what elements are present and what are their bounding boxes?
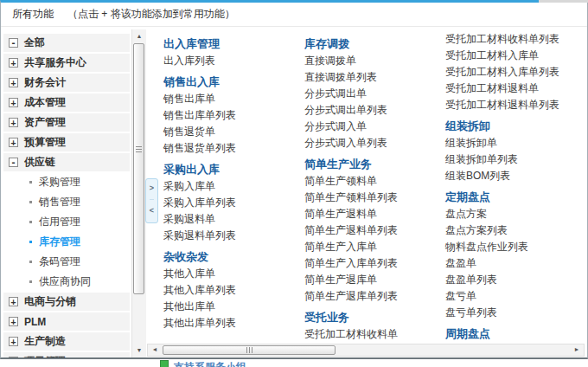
function-link[interactable]: 受托加工材料退料单 [445,80,587,97]
scroll-left-icon[interactable]: ◄ [148,344,162,355]
content-horizontal-scrollbar[interactable]: ◄ ► [147,344,585,357]
function-link[interactable]: 组装拆卸单列表 [445,151,587,168]
function-link[interactable]: 其他入库单 [163,266,304,282]
function-link[interactable]: 受托加工材料入库单列表 [445,64,587,80]
collapse-icon[interactable]: - [9,158,18,167]
function-link[interactable]: 分步式调入单 [304,119,445,135]
vertical-scrollbar-thumb[interactable] [133,43,144,294]
tree-item-label: 预算管理 [24,135,66,150]
function-link[interactable]: 受托加工材料退料单列表 [445,97,587,113]
tree-item-label: 资产管理 [24,115,66,130]
tree-item[interactable]: 采购管理 [1,172,131,192]
function-link[interactable]: 销售退货单 [163,124,304,140]
expand-icon[interactable]: + [9,118,18,127]
function-link[interactable]: 出入库列表 [163,53,304,69]
group-header: 杂收杂发 [163,250,304,264]
tree-item-label: 生产制造 [24,334,66,349]
tree-item[interactable]: 销售管理 [1,192,131,212]
function-link[interactable]: 销售出库单 [163,91,304,107]
tree-vertical-scrollbar[interactable]: ▲ ▼ [131,29,146,357]
function-link[interactable]: 分步式调出单列表 [304,102,445,119]
expand-icon[interactable]: + [9,317,18,326]
function-link[interactable]: 组装BOM列表 [445,168,587,184]
function-link[interactable]: 销售退货单列表 [163,140,304,157]
function-link[interactable]: 组装拆卸单 [445,135,587,151]
tree-item[interactable]: -供应链 [3,152,130,172]
function-link[interactable]: 采购入库单 [163,178,304,195]
expand-icon[interactable]: + [9,337,18,346]
splitter-collapse-icon[interactable]: > [146,179,157,197]
group-header: 库存调拨 [304,37,445,51]
function-link[interactable]: 采购退料单 [163,211,304,228]
tree-item-label: 成本管理 [24,95,66,110]
function-link[interactable]: 简单生产入库单列表 [304,255,445,272]
function-list-area: 出入库管理出入库列表销售出入库销售出库单销售出库单列表销售退货单销售退货单列表采… [146,29,587,343]
tree-item[interactable]: +成本管理 [3,93,130,113]
function-link[interactable]: 物料盘点作业列表 [445,239,587,255]
function-link[interactable]: 采购退料单列表 [163,228,304,244]
scroll-right-icon[interactable]: ► [570,344,584,355]
tree-item[interactable]: 条码管理 [1,252,131,272]
function-link[interactable]: 采购入库单列表 [163,195,304,211]
background-partial-row: 支持系服务小组 [160,360,246,367]
function-link[interactable]: 简单生产退库单 [304,272,445,288]
function-link[interactable]: 简单生产领料单列表 [304,190,445,206]
function-link[interactable]: 简单生产退料单列表 [304,222,445,239]
function-link[interactable]: 销售出库单列表 [163,107,304,124]
function-link[interactable]: 受托加工材料收料单列表 [445,31,587,48]
tree-item-label: 采购管理 [39,175,80,190]
tree-item-label: 项目管理 [24,354,66,357]
tree-item[interactable]: +电商与分销 [3,292,130,312]
function-link[interactable]: 简单生产退库单列表 [304,288,445,305]
function-link[interactable]: 直接调拨单列表 [304,69,445,86]
bullet-icon [29,261,32,263]
bullet-icon [29,241,32,243]
bullet-icon [29,181,32,184]
expand-icon[interactable]: + [9,78,18,87]
tree-item[interactable]: +资产管理 [3,113,130,132]
expand-icon[interactable]: + [9,138,18,147]
top-border-gray-segment [539,0,588,3]
function-link[interactable]: 其他出库单 [163,299,304,315]
expand-icon[interactable]: + [9,357,18,357]
tree-item[interactable]: 库存管理 [1,232,131,252]
function-link[interactable]: 简单生产退料单 [304,206,445,222]
function-columns: 出入库管理出入库列表销售出入库销售出库单销售出库单列表销售退货单销售退货单列表采… [163,31,587,343]
tree-item[interactable]: +预算管理 [3,132,130,152]
function-link[interactable]: 简单生产领料单 [304,173,445,190]
function-link[interactable]: 盘盈单 [445,255,587,272]
splitter-expand-icon[interactable]: < [146,202,157,220]
horizontal-scrollbar-thumb[interactable] [163,345,336,355]
function-link[interactable]: 直接调拨单 [304,53,445,69]
function-link[interactable]: 盘亏单列表 [445,305,587,321]
tree-item[interactable]: +财务会计 [3,73,130,93]
function-link[interactable]: 受托加工材料收料单 [304,326,445,343]
expand-icon[interactable]: + [9,297,18,306]
tree-item[interactable]: +PLM [3,312,130,332]
function-link[interactable]: 其他出库单列表 [163,315,304,332]
function-link[interactable]: 分步式调出单 [304,86,445,102]
tree-item[interactable]: +共享服务中心 [3,53,130,73]
scroll-up-icon[interactable]: ▲ [132,29,146,43]
group-header: 简单生产业务 [304,158,445,171]
function-link[interactable]: 简单生产入库单 [304,239,445,255]
green-app-icon [160,360,169,367]
function-link[interactable]: 分步式调入单列表 [304,135,445,151]
expand-icon[interactable]: + [9,98,18,107]
tree-item[interactable]: -全部 [3,33,130,53]
tree-item[interactable]: +项目管理 [3,351,130,357]
group-header: 销售出入库 [163,75,304,89]
tree-item[interactable]: 信用管理 [1,212,131,232]
tree-item-label: 条码管理 [39,254,80,269]
tree-item[interactable]: 供应商协同 [1,272,131,292]
function-link[interactable]: 盘盈单列表 [445,272,587,288]
function-link[interactable]: 其他入库单列表 [163,282,304,299]
function-link[interactable]: 受托加工材料入库单 [445,48,587,64]
expand-icon[interactable]: + [9,58,18,68]
tree-item[interactable]: +生产制造 [3,332,130,351]
function-link[interactable]: 盘点方案 [445,206,587,222]
function-link[interactable]: 盘亏单 [445,288,587,305]
scroll-down-icon[interactable]: ▼ [132,344,146,357]
function-link[interactable]: 盘点方案列表 [445,222,587,239]
collapse-icon[interactable]: - [9,38,18,48]
